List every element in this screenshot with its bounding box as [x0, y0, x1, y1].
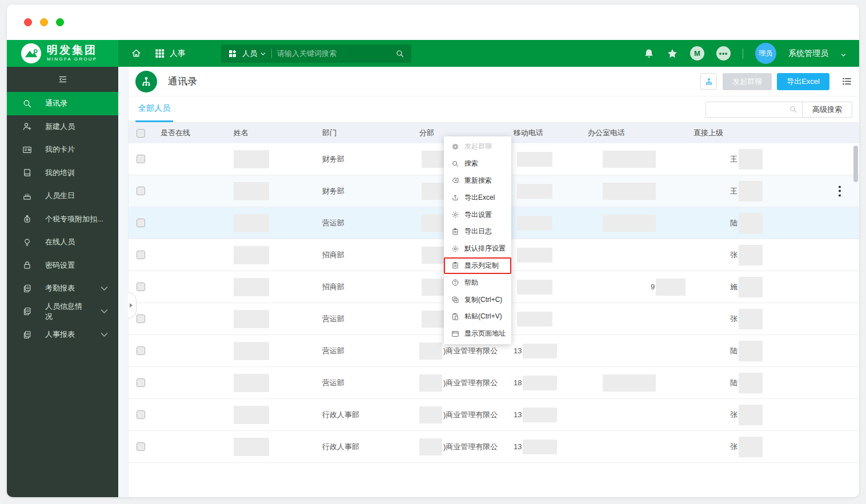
row-checkbox[interactable] [137, 251, 145, 259]
sidebar-item-8[interactable]: 考勤报表 [7, 277, 118, 300]
app-grid-icon[interactable] [154, 48, 165, 59]
sidebar-item-label: 人事报表 [45, 329, 75, 340]
user-name[interactable]: 系统管理员 [788, 49, 828, 59]
context-menu-item-9[interactable]: 复制(Ctrl+C) [444, 291, 511, 308]
favorites-star-icon[interactable] [667, 48, 678, 59]
sidebar-item-0[interactable]: 通讯录 [7, 92, 118, 115]
redacted-value [739, 277, 763, 297]
row-checkbox[interactable] [137, 283, 145, 291]
report-icon [22, 330, 32, 340]
window-minimize-button[interactable] [40, 18, 48, 26]
user-avatar[interactable]: 理员 [755, 43, 776, 64]
question-icon [451, 279, 459, 287]
row-checkbox[interactable] [137, 187, 145, 195]
name-cell [226, 310, 314, 328]
context-menu-item-8[interactable]: 帮助 [444, 274, 511, 291]
redacted-value [739, 373, 763, 393]
redacted-value [523, 376, 557, 390]
redacted-value [234, 150, 269, 168]
org-structure-button[interactable] [700, 73, 717, 90]
view-list-icon[interactable] [841, 76, 852, 87]
row-checkbox[interactable] [137, 315, 145, 323]
row-checkbox[interactable] [137, 410, 145, 419]
global-search-input[interactable] [277, 49, 390, 58]
context-menu-item-11[interactable]: 显示页面地址 [444, 325, 511, 342]
department-cell: 招商部 [314, 250, 411, 260]
table-row[interactable]: 行政人事部)商业管理有限公13张 [129, 431, 859, 463]
mobile-phone-cell [506, 248, 580, 263]
redacted-value [739, 309, 763, 329]
context-menu-item-2[interactable]: 重新搜索 [444, 172, 511, 189]
start-group-chat-button[interactable]: 发起群聊 [723, 73, 772, 90]
collapsed-tree-panel [118, 67, 129, 497]
redacted-value [234, 406, 269, 424]
sidebar-item-5[interactable]: 个税专项附加扣... [7, 208, 118, 231]
context-menu: 发起群聊搜索重新搜索导出Excel导出设置导出日志默认排序设置显示列定制帮助复制… [444, 136, 511, 344]
name-cell [226, 278, 314, 296]
table-search-input[interactable] [711, 105, 789, 114]
name-cell [226, 342, 314, 360]
context-menu-item-0[interactable]: 发起群聊 [444, 138, 511, 155]
sidebar-item-6[interactable]: 在线人员 [7, 231, 118, 254]
window-close-button[interactable] [24, 18, 32, 26]
context-menu-item-4[interactable]: 导出设置 [444, 206, 511, 223]
home-icon[interactable] [131, 48, 142, 59]
row-checkbox[interactable] [137, 155, 145, 163]
context-menu-item-7[interactable]: 显示列定制 [444, 257, 511, 275]
row-checkbox[interactable] [137, 219, 145, 227]
search-icon [451, 160, 459, 168]
notifications-bell-icon[interactable] [643, 48, 655, 59]
context-menu-item-10[interactable]: 粘贴(Ctrl+V) [444, 308, 511, 325]
advanced-search-button[interactable]: 高级搜索 [802, 102, 852, 118]
gear-icon [451, 245, 459, 253]
export-excel-button[interactable]: 导出Excel [777, 73, 829, 90]
row-actions-kebab-icon[interactable] [836, 183, 843, 199]
search-scope-apps-icon[interactable] [228, 49, 237, 58]
row-checkbox[interactable] [137, 346, 145, 355]
department-cell: 营运部 [314, 346, 411, 356]
sidebar-item-2[interactable]: 我的卡片 [7, 138, 118, 162]
more-ellipsis-icon[interactable]: ••• [716, 46, 731, 61]
tab-all-personnel[interactable]: 全部人员 [135, 96, 173, 122]
sidebar-item-4[interactable]: 人员生日 [7, 184, 118, 208]
row-checkbox[interactable] [137, 442, 145, 451]
table-row[interactable]: 营运部)商业管理有限公18陆 [129, 367, 859, 399]
window-zoom-button[interactable] [56, 18, 64, 26]
name-cell [226, 246, 314, 264]
user-menu-chevron-icon[interactable] [840, 50, 847, 57]
sidebar-item-10[interactable]: 人事报表 [7, 323, 118, 346]
context-menu-item-label: 复制(Ctrl+C) [464, 295, 502, 305]
context-menu-item-5[interactable]: 导出日志 [444, 223, 511, 240]
search-icon[interactable] [395, 49, 404, 58]
sidebar-item-label: 在线人员 [45, 237, 75, 247]
office-phone-cell [580, 183, 685, 200]
sidebar-item-1[interactable]: 新建人员 [7, 115, 118, 139]
context-menu-item-3[interactable]: 导出Excel [444, 189, 511, 206]
search-icon[interactable] [789, 105, 797, 114]
sidebar-item-label: 新建人员 [45, 122, 75, 132]
context-menu-item-6[interactable]: 默认排序设置 [444, 240, 511, 257]
row-checkbox[interactable] [137, 378, 145, 387]
department-cell: 营运部 [314, 314, 411, 324]
sidebar-item-7[interactable]: 密码设置 [7, 254, 118, 277]
brand-logo: 明发集团 MINGFA GROUP [7, 40, 118, 67]
module-label[interactable]: 人事 [170, 49, 186, 59]
vertical-scrollbar[interactable] [853, 146, 858, 182]
table-row[interactable]: 行政人事部)商业管理有限公13张 [129, 399, 859, 431]
sidebar-collapse-icon[interactable] [58, 74, 68, 84]
search-divider [271, 49, 272, 58]
search-scope-selector[interactable]: 人员 [242, 49, 266, 59]
redacted-value [739, 341, 763, 361]
sidebar-item-9[interactable]: 人员信息情况 [7, 300, 118, 324]
redacted-value [603, 151, 656, 168]
m-badge-icon[interactable]: M [690, 46, 704, 61]
gear-icon [451, 211, 459, 219]
select-all-checkbox[interactable] [137, 129, 145, 138]
context-menu-item-label: 搜索 [464, 159, 478, 168]
sidebar-item-3[interactable]: 我的培训 [7, 162, 118, 185]
name-cell [226, 374, 314, 392]
redacted-value [523, 408, 557, 422]
context-menu-item-1[interactable]: 搜索 [444, 155, 511, 172]
redacted-value [523, 344, 557, 358]
redacted-value [517, 248, 552, 263]
